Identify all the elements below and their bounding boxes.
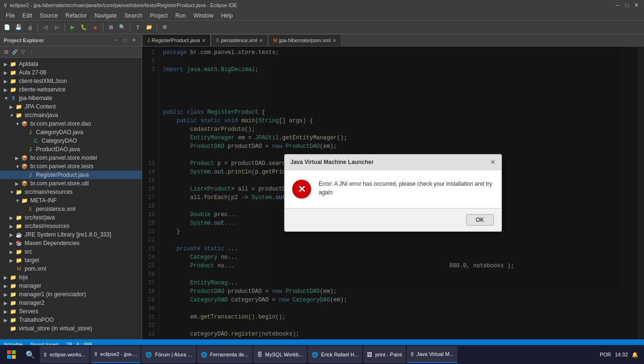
taskbar-icon-ferramenta: 🌐 (201, 352, 207, 358)
sidebar-minimize-button[interactable]: ─ (112, 36, 120, 44)
search-toolbar-button[interactable]: 🔍 (117, 22, 127, 33)
tree-item-jpa-hibernate[interactable]: ▼ ☿ jpa-hibernate (0, 94, 142, 102)
tree-item-client-xml[interactable]: ▶ 📁 client-testXMLJson (0, 77, 142, 85)
taskbar-item-eclipse1[interactable]: ☿ eclipse-works... (40, 346, 89, 363)
new-button[interactable]: 📄 (2, 22, 12, 33)
menu-help[interactable]: Help (217, 10, 237, 20)
taskbar-item-paint[interactable]: 🖼 print - Paint (363, 346, 405, 363)
dialog-title-bar: Java Virtual Machine Launcher ✕ (285, 155, 501, 170)
open-type-button[interactable]: T (133, 22, 143, 33)
tree-item-target[interactable]: ▶ 📁 target (0, 256, 142, 264)
collapse-all-button[interactable]: ⊟ (2, 48, 10, 56)
debug-button[interactable]: 🐛 (79, 22, 89, 33)
tree-item-jre[interactable]: ▶ ☕ JRE System Library [jre1.8.0_333] (0, 230, 142, 239)
tree-item-trabalhopoo[interactable]: ▶ 📁 TrabalhoPOO (0, 316, 142, 324)
tree-item-category-dao-class[interactable]: C CategoryDAO (0, 136, 142, 145)
tree-item-pom-xml[interactable]: M pom.xml (0, 264, 142, 273)
tree-item-manager1[interactable]: ▶ 📁 manager1 (in gerenciador) (0, 290, 142, 299)
menu-project[interactable]: Project (146, 10, 171, 20)
tree-item-dao-package[interactable]: ▼ 📦 br.com.panvel.store.dao (0, 119, 142, 128)
taskbar-item-ferramenta[interactable]: 🌐 Ferramenta de... (197, 346, 252, 363)
tree-item-product-dao-java[interactable]: J ProductDAO.java (0, 145, 142, 154)
next-button[interactable]: ▷ (52, 22, 62, 33)
tree-item-tests-package[interactable]: ▼ 📦 br.com.panvel.store.tests (0, 162, 142, 171)
close-button[interactable]: ✕ (633, 1, 640, 9)
taskbar-item-mysql[interactable]: 🗄 MySQL Workb... (253, 346, 307, 363)
dialog-close-button[interactable]: ✕ (490, 158, 496, 166)
taskbar-item-eclipse2[interactable]: ☿ eclipse2 - jpa-... (90, 346, 141, 363)
taskbar-item-erick[interactable]: 🌐 Erick Rafael H... (308, 346, 362, 363)
label-util-package: br.com.panvel.store.util (30, 180, 89, 187)
menu-source[interactable]: Source (36, 10, 62, 20)
tree-item-cliente-ws[interactable]: ▶ 📁 cliente-webservice (0, 85, 142, 94)
tree-item-manager[interactable]: ▶ 📁 manager (0, 282, 142, 290)
arrow-cliente-ws: ▶ (4, 87, 9, 92)
tree-item-src-main-java[interactable]: ▼ 📁 src/main/java (0, 111, 142, 119)
menu-file[interactable]: File (2, 10, 18, 20)
tree-item-apidata[interactable]: ▶ 📁 Apidata (0, 60, 142, 68)
tree-item-aula[interactable]: ▶ 📁 Aula 27-06 (0, 68, 142, 77)
tree-item-model-package[interactable]: ▶ 📦 br.com.panvel.store.model (0, 154, 142, 162)
perspective-button[interactable]: ⊞ (106, 22, 116, 33)
label-aula: Aula 27-06 (19, 69, 46, 76)
tab-close-register[interactable]: ✕ (202, 38, 206, 43)
tree-item-src-test-java[interactable]: ▶ 📁 src/test/java (0, 213, 142, 222)
tree-item-loja[interactable]: ▶ 📁 loja (0, 273, 142, 282)
folder-icon-apidata: 📁 (9, 60, 17, 68)
taskbar-item-jvm[interactable]: ☿ Java Virtual M... (407, 346, 458, 363)
tree-item-src[interactable]: ▶ 📁 src (0, 247, 142, 256)
menu-edit[interactable]: Edit (18, 10, 36, 20)
folder-icon-manager2: 📁 (9, 299, 17, 307)
menu-navigate[interactable]: Navigate (90, 10, 120, 20)
print-button[interactable]: 🖨 (25, 22, 35, 33)
tab-close-persistence[interactable]: ✕ (259, 38, 263, 43)
sidebar-close-button[interactable]: ✕ (130, 36, 138, 44)
link-editor-button[interactable]: 🔗 (10, 48, 19, 56)
taskbar-label-eclipse2: eclipse2 - jpa-... (100, 351, 137, 357)
tree-item-maven-deps[interactable]: ▶ 📚 Maven Dependencies (0, 239, 142, 247)
tree-item-virtual-store[interactable]: 📁 virtual_store (in virtual_store) (0, 324, 142, 333)
tree-item-persistence-xml[interactable]: X persistence.xml (0, 205, 142, 213)
menu-run[interactable]: Run (171, 10, 189, 20)
tree-item-src-test-resources[interactable]: ▶ 📁 src/test/resources (0, 222, 142, 230)
taskbar-item-forum[interactable]: 🌐 Fórum | Alura ... (142, 346, 196, 363)
label-maven-deps: Maven Dependencies (25, 240, 80, 246)
open-res-button[interactable]: 📁 (144, 22, 154, 33)
sidebar-maximize-button[interactable]: □ (121, 36, 129, 44)
menu-window[interactable]: Window (189, 10, 217, 20)
project-icon-jpa: ☿ (9, 94, 17, 102)
taskbar-search-button[interactable]: 🔍 (22, 346, 39, 363)
save-button[interactable]: 💾 (13, 22, 24, 33)
view-menu-button[interactable]: ⋮ (27, 48, 36, 56)
notification-icon[interactable]: 🔔 (632, 352, 638, 358)
tree-item-jpa-content[interactable]: ▶ 📁 JPA Content (0, 102, 142, 111)
label-pom-xml: pom.xml (25, 265, 46, 272)
prev-button[interactable]: ◁ (40, 22, 51, 33)
tree-item-servers[interactable]: ▶ 📁 Servers (0, 307, 142, 316)
menu-search[interactable]: Search (121, 10, 146, 20)
tree-item-category-dao-java[interactable]: J CategoryDAO.java (0, 128, 142, 136)
tree-item-util-package[interactable]: ▶ 📦 br.com.panvel.store.util (0, 179, 142, 188)
arrow-src: ▶ (9, 249, 15, 255)
tree-item-register-product[interactable]: J RegisterProduct.java (0, 171, 142, 179)
tree-item-src-main-resources[interactable]: ▼ 📁 src/main/resources (0, 188, 142, 196)
maximize-button[interactable]: □ (623, 1, 631, 9)
tab-pom[interactable]: M jpa-hibernate/pom.xml ✕ (268, 34, 341, 46)
arrow-manager: ▶ (4, 283, 9, 289)
menu-refactor[interactable]: Refactor (62, 10, 90, 20)
stop-button[interactable]: ■ (90, 22, 100, 33)
dialog-ok-button[interactable]: OK (466, 214, 494, 226)
tree-item-manager2[interactable]: ▶ 📁 manager2 (0, 299, 142, 307)
settings-button[interactable]: ⚙ (160, 22, 170, 33)
tab-close-pom[interactable]: ✕ (332, 38, 336, 43)
tree-item-meta-inf[interactable]: ▼ 📁 META-INF (0, 196, 142, 205)
label-src-main: src/main/java (25, 112, 58, 118)
tab-persistence[interactable]: X persistence.xml ✕ (211, 34, 268, 46)
arrow-aula: ▶ (4, 70, 9, 75)
start-button[interactable] (2, 346, 21, 363)
sep5 (157, 23, 157, 32)
tab-register-product[interactable]: J RegisterProduct.java ✕ (142, 34, 211, 46)
run-button[interactable]: ▶ (67, 22, 78, 33)
filter-button[interactable]: ▽ (19, 48, 27, 56)
minimize-button[interactable]: ─ (614, 1, 621, 9)
